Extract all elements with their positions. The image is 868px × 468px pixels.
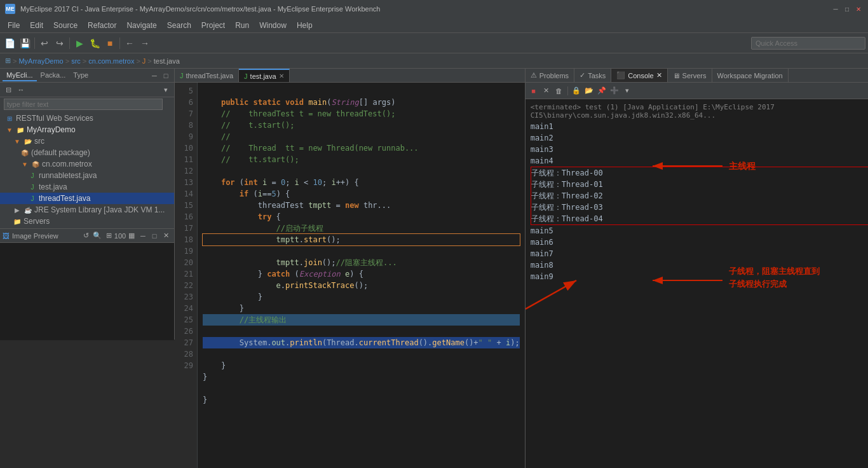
app-icon: ME [5, 4, 15, 14]
back-button[interactable]: ← [123, 36, 137, 50]
line-16: //启动子线程 [203, 224, 323, 233]
new-console-button[interactable]: ➕ [609, 85, 620, 97]
preview-toolbar-btn1[interactable]: ↺ [80, 230, 92, 242]
breadcrumb-type: J [142, 57, 146, 65]
jre-expand-icon: ▶ [13, 205, 22, 214]
tab-threadtest-label: threadTest.java [186, 72, 234, 79]
tab-workspace-label: Workspace Migration [717, 72, 783, 79]
sidebar-tab-myecli[interactable]: MyEcli... [3, 70, 37, 81]
console-toolbar-sep [567, 86, 568, 95]
sidebar-tab-packa[interactable]: Packa... [37, 70, 70, 81]
run-button[interactable]: ▶ [72, 36, 86, 50]
sidebar-maximize[interactable]: □ [160, 70, 172, 81]
open-file-button[interactable]: 📂 [583, 85, 595, 97]
tab-test-icon: J [244, 72, 248, 80]
tab-test[interactable]: J test.java ✕ [239, 69, 289, 82]
scroll-lock-button[interactable]: 🔒 [571, 85, 582, 97]
tree-item-threadtest[interactable]: J threadTest.java [0, 193, 174, 204]
menu-edit[interactable]: Edit [25, 20, 48, 31]
console-line-main4: main4 [531, 155, 868, 167]
console-line-thread02: 子线程：Thread-02 [531, 190, 868, 202]
tab-threadtest[interactable]: J threadTest.java [175, 69, 239, 82]
tree-item-runnabletest[interactable]: J runnabletest.java [0, 170, 174, 181]
menu-file[interactable]: File [3, 20, 25, 31]
sidebar-minimize[interactable]: ─ [149, 70, 160, 81]
minimize-button[interactable]: ─ [831, 4, 840, 13]
breadcrumb-src[interactable]: src [71, 57, 81, 65]
new-button[interactable]: 📄 [3, 36, 17, 50]
undo-button[interactable]: ↩ [37, 36, 51, 50]
tree-item-default-pkg[interactable]: 📦 (default package) [0, 147, 174, 158]
jre-icon: ☕ [24, 205, 32, 214]
menu-source[interactable]: Source [48, 20, 83, 31]
menu-run[interactable]: Run [230, 20, 254, 31]
preview-max[interactable]: □ [149, 230, 160, 242]
menu-project[interactable]: Project [196, 20, 230, 31]
preview-toolbar-btn2[interactable]: 🔍 [92, 230, 103, 242]
menu-navigate[interactable]: Navigate [121, 20, 161, 31]
tab-console[interactable]: ⬛ Console ✕ [611, 69, 667, 82]
tree-item-myarraydemo[interactable]: ▼ 📁 MyArrayDemo [0, 124, 174, 135]
console-wrapper: <terminated> test (1) [Java Application]… [526, 99, 868, 468]
tree-item-metrox[interactable]: ▼ 📦 cn.com.metrox [0, 158, 174, 170]
toolbar-separator-2 [69, 38, 70, 49]
tree-item-test[interactable]: J test.java [0, 181, 174, 193]
menu-search[interactable]: Search [162, 20, 196, 31]
line-26: } [203, 373, 207, 382]
tab-tasks-label: Tasks [588, 72, 606, 79]
tab-problems[interactable]: ⚠ Problems [526, 69, 574, 82]
line-12: for (int i = 0; i < 10; i++) { [203, 178, 359, 187]
debug-button[interactable]: 🐛 [88, 36, 102, 50]
preview-toolbar-btn4[interactable]: 100 [114, 230, 126, 242]
tree-item-jre[interactable]: ▶ ☕ JRE System Library [Java JDK VM 1... [0, 204, 174, 216]
redo-button[interactable]: ↪ [53, 36, 67, 50]
editor-tabs: J threadTest.java J test.java ✕ [175, 69, 525, 83]
stop-button[interactable]: ■ [103, 36, 117, 50]
menu-window[interactable]: Window [254, 20, 292, 31]
tab-test-close[interactable]: ✕ [279, 72, 284, 79]
view-menu-button[interactable]: ▾ [621, 85, 633, 97]
breadcrumb-project[interactable]: MyArrayDemo [18, 57, 63, 65]
link-editor-button[interactable]: ↔ [15, 84, 27, 95]
preview-toolbar-btn3[interactable]: ⊞ [103, 230, 114, 242]
remove-launch-button[interactable]: ✕ [541, 85, 552, 97]
line-28: } [203, 396, 207, 404]
code-content[interactable]: public static void main(String[] args) /… [198, 83, 525, 468]
sidebar-tab-type[interactable]: Type [69, 70, 92, 81]
preview-toolbar-btn5[interactable]: ▦ [126, 230, 137, 242]
preview-close[interactable]: ✕ [160, 230, 172, 242]
file-tree[interactable]: ⊞ RESTful Web Services ▼ 📁 MyArrayDemo ▼… [0, 111, 174, 228]
tab-tasks[interactable]: ✓ Tasks [574, 69, 611, 82]
line-21: } [203, 292, 262, 301]
code-editor[interactable]: 5 6 7 8 9 10 11 12 13 14 15 16 17 18 19 … [175, 83, 525, 468]
toolbar: 📄 💾 ↩ ↪ ▶ 🐛 ■ ← → [0, 33, 868, 53]
menu-refactor[interactable]: Refactor [83, 20, 121, 31]
tab-workspace-migration[interactable]: Workspace Migration [712, 69, 789, 82]
menu-help[interactable]: Help [292, 20, 318, 31]
pkg-icon: 📦 [31, 160, 40, 169]
tree-item-restful[interactable]: ⊞ RESTful Web Services [0, 113, 174, 124]
tab-console-close[interactable]: ✕ [656, 71, 662, 79]
filter-area [0, 97, 174, 111]
breadcrumb-package[interactable]: cn.com.metrox [88, 57, 134, 65]
tree-item-servers[interactable]: 📁 Servers [0, 216, 174, 227]
tab-threadtest-icon: J [180, 72, 184, 79]
collapse-all-button[interactable]: ⊟ [3, 84, 14, 95]
filter-input-field[interactable] [4, 99, 163, 110]
pin-button[interactable]: 📌 [596, 85, 607, 97]
src-expand-icon: ▼ [13, 137, 22, 146]
project-icon: ⊞ [5, 114, 14, 123]
tab-servers[interactable]: 🖥 Servers [668, 69, 712, 82]
tree-item-src[interactable]: ▼ 📂 src [0, 135, 174, 147]
forward-button[interactable]: → [138, 36, 152, 50]
preview-min[interactable]: ─ [137, 230, 149, 242]
line-29 [203, 407, 207, 416]
maximize-button[interactable]: □ [843, 4, 851, 13]
terminate-button[interactable]: ■ [528, 85, 539, 97]
sidebar-menu-button[interactable]: ▾ [160, 84, 172, 95]
clear-console-button[interactable]: 🗑 [553, 85, 565, 97]
save-button[interactable]: 💾 [18, 36, 32, 50]
console-line-main6: main6 [531, 237, 868, 248]
close-button[interactable]: ✕ [854, 4, 863, 13]
quick-access-input[interactable] [751, 37, 865, 50]
